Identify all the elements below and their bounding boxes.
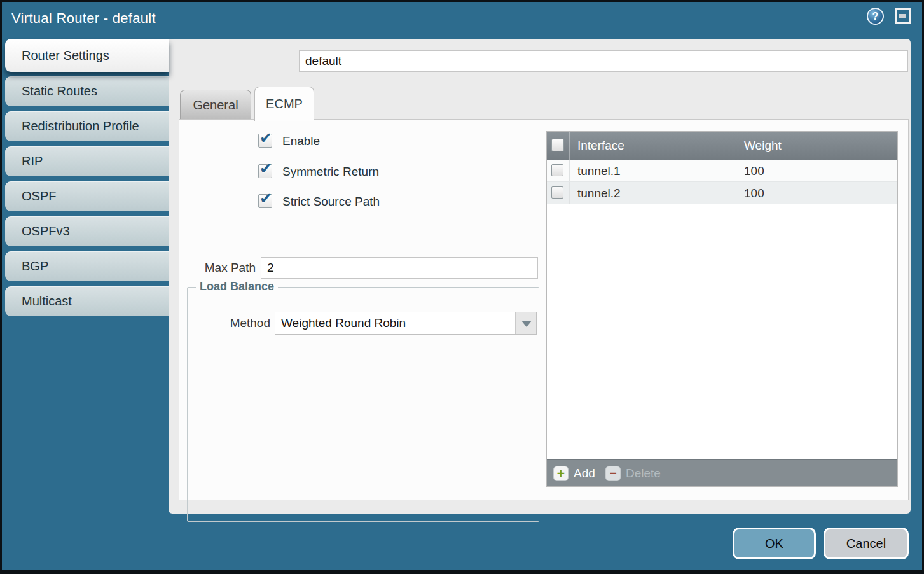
cancel-button[interactable]: Cancel <box>824 528 909 559</box>
table-row[interactable]: tunnel.1 100 <box>547 160 897 182</box>
sidebar-item-static-routes[interactable]: Static Routes <box>5 76 169 106</box>
row-checkbox[interactable] <box>551 186 563 199</box>
symmetric-return-checkbox[interactable]: ✔ <box>258 164 272 178</box>
load-balance-fieldset: Load Balance Method Weighted Round Robin <box>187 287 539 522</box>
checkmark-icon: ✔ <box>259 129 272 147</box>
select-all-checkbox[interactable] <box>551 139 564 151</box>
ok-button[interactable]: OK <box>733 528 816 559</box>
sidebar-item-rip[interactable]: RIP <box>5 146 169 176</box>
method-select[interactable]: Weighted Round Robin <box>275 312 537 335</box>
method-label: Method <box>194 312 270 335</box>
sidebar-item-bgp[interactable]: BGP <box>5 251 169 281</box>
window-restore-inner <box>899 14 906 18</box>
ecmp-interface-table: Interface Weight tunnel.1 100 tunnel.2 1… <box>546 131 898 487</box>
sidebar-item-ospfv3[interactable]: OSPFv3 <box>5 216 169 246</box>
column-header-weight: Weight <box>736 132 897 160</box>
cell-interface: tunnel.2 <box>570 182 736 204</box>
row-checkbox[interactable] <box>551 164 563 176</box>
chevron-down-icon[interactable] <box>515 312 536 334</box>
add-label: Add <box>574 460 595 487</box>
ecmp-tab-content: ✔ Enable ✔ Symmetric Return ✔ Strict Sou… <box>179 119 909 500</box>
cell-weight: 100 <box>736 182 897 204</box>
window-restore-icon[interactable] <box>895 8 911 24</box>
strict-source-path-label: Strict Source Path <box>282 194 380 209</box>
cell-weight: 100 <box>736 160 897 181</box>
name-input[interactable] <box>299 50 908 72</box>
sidebar-item-multicast[interactable]: Multicast <box>5 286 169 316</box>
tab-general[interactable]: General <box>180 90 251 119</box>
sidebar-item-redistribution-profile[interactable]: Redistribution Profile <box>5 111 169 141</box>
strict-source-path-checkbox[interactable]: ✔ <box>258 194 272 208</box>
sidebar-item-router-settings[interactable]: Router Settings <box>5 39 169 72</box>
checkmark-icon: ✔ <box>259 160 272 178</box>
checkmark-icon: ✔ <box>259 190 272 207</box>
tab-ecmp[interactable]: ECMP <box>254 87 314 121</box>
help-icon[interactable]: ? <box>867 8 884 25</box>
minus-icon: − <box>605 466 621 481</box>
plus-icon: + <box>553 466 569 481</box>
cell-interface: tunnel.1 <box>570 160 736 181</box>
max-path-label: Max Path <box>179 257 256 279</box>
enable-checkbox[interactable]: ✔ <box>258 134 272 148</box>
dialog-title: Virtual Router - default <box>11 2 156 35</box>
symmetric-return-label: Symmetric Return <box>282 164 379 179</box>
enable-label: Enable <box>282 134 320 149</box>
method-select-value: Weighted Round Robin <box>281 312 406 334</box>
table-footer: + Add − Delete <box>547 459 897 486</box>
sidebar-item-ospf[interactable]: OSPF <box>5 181 169 211</box>
table-header: Interface Weight <box>547 132 897 160</box>
virtual-router-dialog: Virtual Router - default ? Router Settin… <box>0 0 924 574</box>
load-balance-legend: Load Balance <box>196 280 278 293</box>
delete-label: Delete <box>626 460 661 487</box>
main-panel: Name General ECMP ✔ Enable ✔ Symmetric R… <box>169 39 911 514</box>
max-path-input[interactable] <box>261 257 538 279</box>
column-header-interface: Interface <box>570 132 736 160</box>
table-row[interactable]: tunnel.2 100 <box>547 182 897 204</box>
titlebar: Virtual Router - default ? <box>2 2 922 35</box>
header-checkbox-cell <box>547 132 570 160</box>
